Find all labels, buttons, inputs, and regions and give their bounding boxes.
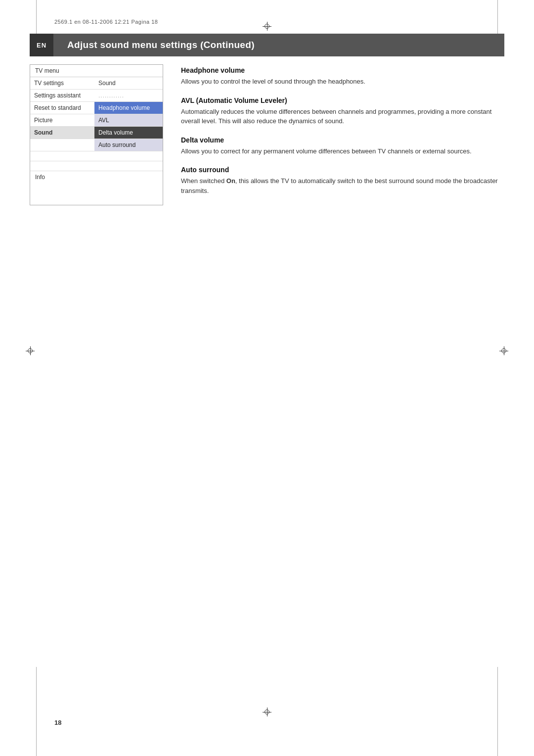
page-meta: 2569.1 en 08-11-2006 12:21 Pagina 18 [54,19,158,25]
tv-menu-panel: TV menu TV settings Sound Settings assis… [30,64,163,205]
vline-left-bottom [36,667,37,756]
crosshair-left [26,346,35,355]
crosshair-right [499,346,508,355]
menu-row: Auto surround [30,139,163,151]
vline-right-bottom [497,667,498,756]
menu-item-empty1 [30,139,94,151]
desc-title-avl: AVL (Automatic Volume Leveler) [181,96,504,104]
page-title: Adjust sound menu settings (Continued) [67,40,255,50]
menu-item-headphone-volume[interactable]: Headphone volume [94,102,163,114]
desc-text-auto-surround: When switched On, this allows the TV to … [181,176,504,195]
menu-item-sound-selected[interactable]: Sound [30,127,94,139]
menu-row: Picture AVL [30,114,163,127]
menu-item-delta-volume[interactable]: Delta volume [94,127,163,139]
menu-row-empty [30,161,163,171]
desc-text-avl: Automatically reduces the volume differe… [181,107,504,126]
menu-row: TV settings Sound [30,77,163,90]
desc-title-auto-surround: Auto surround [181,166,504,174]
language-badge: EN [30,34,53,56]
menu-item-auto-surround[interactable]: Auto surround [94,139,163,151]
menu-item-sound[interactable]: Sound [94,77,163,89]
menu-item-settings-assistant[interactable]: Settings assistant [30,90,94,101]
main-content: TV menu TV settings Sound Settings assis… [30,64,504,205]
menu-row: Sound Delta volume [30,127,163,139]
menu-item-avl[interactable]: AVL [94,114,163,126]
descriptions-panel: Headphone volume Allows you to control t… [181,64,504,205]
menu-item-tv-settings[interactable]: TV settings [30,77,94,89]
menu-row-empty [30,151,163,161]
desc-delta-volume: Delta volume Allows you to correct for a… [181,136,504,156]
crosshair-top [263,22,271,31]
desc-avl: AVL (Automatic Volume Leveler) Automatic… [181,96,504,126]
menu-info-row: Info [30,171,163,183]
menu-item-picture[interactable]: Picture [30,114,94,126]
vline-left-top [36,0,37,34]
vline-right-top [497,0,498,34]
desc-text-headphone: Allows you to control the level of sound… [181,77,504,87]
desc-title-delta: Delta volume [181,136,504,144]
menu-row: Settings assistant ............ [30,90,163,102]
header-bar: EN Adjust sound menu settings (Continued… [30,34,504,56]
desc-title-headphone: Headphone volume [181,66,504,74]
menu-item-reset[interactable]: Reset to standard [30,102,94,114]
tv-menu-title: TV menu [30,65,163,77]
page-number: 18 [54,719,61,726]
desc-headphone-volume: Headphone volume Allows you to control t… [181,66,504,87]
menu-item-dots: ............ [94,90,163,101]
desc-auto-surround: Auto surround When switched On, this all… [181,166,504,195]
desc-text-delta: Allows you to correct for any permanent … [181,146,504,156]
menu-row: Reset to standard Headphone volume [30,102,163,114]
crosshair-bottom [263,708,271,716]
